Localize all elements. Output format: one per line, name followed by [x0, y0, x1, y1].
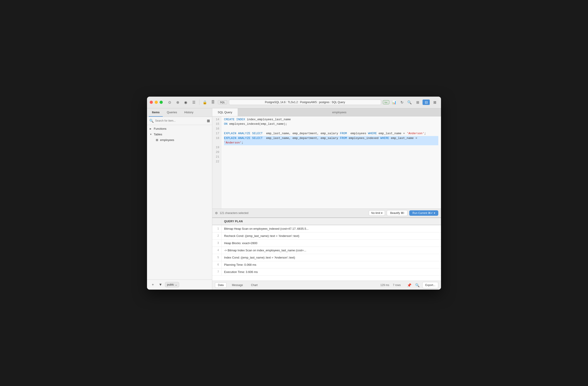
plan-row-3: Heap Blocks: exact=2800 [221, 239, 429, 247]
run-label: Run Current ⌘↵ [412, 212, 433, 214]
sidebar-search-bar: 🔍 ⊞ [147, 117, 212, 125]
tables-item[interactable]: ▼ Tables [147, 131, 212, 137]
main-content: Items Queries History 🔍 ⊞ ▶ Functions [147, 108, 441, 290]
code-editor[interactable]: 14 15 16 17 18 19 20 21 22 CREATE INDEX … [212, 116, 441, 209]
plan-row-3-extra [429, 239, 441, 247]
traffic-lights [150, 101, 163, 104]
tab-data[interactable]: Data [215, 282, 227, 288]
plan-row-4: -> Bitmap Index Scan on index_employees_… [221, 247, 429, 254]
plan-row-2-extra [429, 232, 441, 239]
row-num-3: 3 [212, 239, 221, 247]
tab-message[interactable]: Message [229, 283, 246, 288]
query-plan-header: QUERY PLAN [221, 218, 429, 225]
maximize-button[interactable] [160, 101, 163, 104]
table-row: 2 Recheck Cond: ((emp_last_name)::text =… [212, 232, 441, 239]
list-icon[interactable]: ☰ [191, 99, 197, 105]
plan-row-1-extra [429, 225, 441, 232]
line-num-22: 22 [214, 159, 219, 164]
line-num-20: 20 [214, 150, 219, 155]
eye-icon[interactable]: ◉ [183, 99, 189, 105]
close-button[interactable] [150, 101, 153, 104]
functions-label: Functions [154, 127, 166, 130]
app-window: ⊙ ⊗ ◉ ☰ 🔒 🗄 SQL PostgreSQL 14.6 : TLSv1.… [147, 97, 441, 290]
table-row: 1 Bitmap Heap Scan on employees_indexed … [212, 225, 441, 232]
sidebar-tab-items[interactable]: Items [149, 108, 163, 117]
titlebar: ⊙ ⊗ ◉ ☰ 🔒 🗄 SQL PostgreSQL 14.6 : TLSv1.… [147, 97, 441, 108]
line-num-17: 17 [214, 131, 219, 136]
chevron-right-icon: ▶ [150, 128, 152, 130]
employees-table-item[interactable]: ⊞ employees [147, 137, 212, 143]
plan-row-6-extra [429, 261, 441, 268]
beautify-button[interactable]: Beautify ⌘I [387, 210, 407, 216]
search-icon[interactable]: 🔍 [406, 99, 413, 105]
code-line-18b: 'Anderson'; [224, 141, 438, 145]
editor-area: 14 15 16 17 18 19 20 21 22 CREATE INDEX … [212, 116, 441, 290]
export-button[interactable]: Export... [422, 282, 438, 288]
plan-row-1: Bitmap Heap Scan on employees_indexed (c… [221, 225, 429, 232]
line-num-15: 15 [214, 122, 219, 127]
sidebar-tab-history[interactable]: History [181, 108, 196, 117]
pin-icon[interactable]: 📌 [406, 282, 412, 288]
line-num-19: 19 [214, 145, 219, 150]
separator [199, 100, 199, 105]
right-panel: SQL Query employees 14 15 16 17 18 19 20 [212, 108, 441, 290]
run-button[interactable]: Run Current ⌘↵ ▾ [409, 210, 438, 216]
settings-icon[interactable]: ⚙ [215, 211, 218, 215]
sql-badge: SQL [218, 100, 227, 104]
plan-row-5-extra [429, 254, 441, 261]
chart-icon[interactable]: 📊 [391, 99, 397, 105]
line-num-21: 21 [214, 155, 219, 159]
plan-row-6: Planning Time: 0.068 ms [221, 261, 429, 268]
sidebar-tree: ▶ Functions ▼ Tables ⊞ employees [147, 125, 212, 279]
tab-chart[interactable]: Chart [248, 283, 260, 288]
code-line-22 [224, 159, 438, 164]
sidebar-tabs: Items Queries History [147, 108, 212, 117]
row-num-7: 7 [212, 268, 221, 276]
expand-icon[interactable]: ▼ [157, 281, 164, 288]
row-num-2: 2 [212, 232, 221, 239]
single-view-icon[interactable]: ⊠ [431, 100, 438, 105]
plan-row-4-extra [429, 247, 441, 254]
result-stats: 129 ms 7 rows [380, 283, 401, 287]
results-area: QUERY PLAN 1 Bitmap Heap Scan on employe… [212, 217, 441, 290]
row-num-6: 6 [212, 261, 221, 268]
schema-selector[interactable]: public ⌄ [165, 282, 179, 287]
editor-toolbar: ⚙ 121 characters selected No limit ▾ Bea… [212, 209, 441, 217]
table-row: 5 Index Cond: ((emp_last_name)::text = '… [212, 254, 441, 261]
tab-employees[interactable]: employees [238, 108, 441, 116]
sidebar: Items Queries History 🔍 ⊞ ▶ Functions [147, 108, 212, 290]
code-line-14: CREATE INDEX index_employees_last_name [224, 117, 438, 122]
split-horizontal-icon[interactable]: ⊟ [422, 100, 430, 105]
lock-icon[interactable]: 🔒 [202, 99, 208, 105]
code-line-16 [224, 127, 438, 131]
run-chevron-icon: ▾ [434, 212, 435, 214]
query-plan-table: QUERY PLAN 1 Bitmap Heap Scan on employe… [212, 218, 441, 276]
toolbar-right: 📊 ↻ 🔍 ⊞ ⊟ ⊠ [391, 99, 438, 105]
sidebar-bottom: + ▼ public ⌄ [147, 279, 212, 290]
minimize-button[interactable] [155, 101, 158, 104]
filter-icon[interactable]: ⊞ [207, 119, 210, 123]
search-input[interactable] [155, 119, 206, 122]
line-num-16: 16 [214, 127, 219, 131]
db-icon[interactable]: 🗄 [210, 99, 216, 105]
split-vertical-icon[interactable]: ⊞ [414, 100, 421, 105]
limit-chevron-icon: ▾ [381, 212, 382, 214]
tab-sql-query[interactable]: SQL Query [212, 108, 238, 116]
functions-item[interactable]: ▶ Functions [147, 126, 212, 131]
tables-label: Tables [154, 133, 162, 136]
functions-group: ▶ Functions [147, 126, 212, 131]
connection-string: PostgreSQL 14.6 : TLSv1.2 : PostgresAWS … [229, 100, 381, 105]
line-numbers: 14 15 16 17 18 19 20 21 22 [212, 116, 221, 209]
back-icon[interactable]: ⊙ [166, 99, 173, 105]
add-item-icon[interactable]: + [150, 281, 156, 288]
loc-badge[interactable]: loc [383, 100, 389, 104]
search-results-icon[interactable]: 🔍 [414, 282, 420, 288]
sidebar-tab-queries[interactable]: Queries [164, 108, 180, 117]
code-content: CREATE INDEX index_employees_last_name O… [221, 116, 441, 209]
plan-row-2: Recheck Cond: ((emp_last_name)::text = '… [221, 232, 429, 239]
stop-icon[interactable]: ⊗ [174, 99, 181, 105]
limit-selector[interactable]: No limit ▾ [369, 210, 385, 216]
refresh-icon[interactable]: ↻ [399, 99, 405, 105]
plan-row-7: Execution Time: 3.606 ms [221, 268, 429, 276]
plan-row-5: Index Cond: ((emp_last_name)::text = 'An… [221, 254, 429, 261]
